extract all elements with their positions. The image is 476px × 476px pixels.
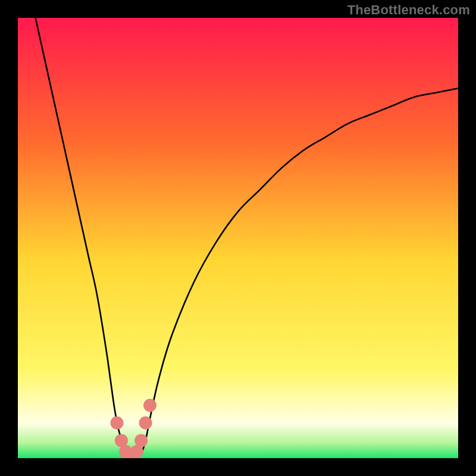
marker-dot [143, 399, 156, 412]
marker-dot [111, 416, 124, 430]
chart-svg [18, 18, 458, 458]
chart-frame: TheBottleneck.com [0, 0, 476, 476]
plot-area [18, 18, 458, 458]
watermark-text: TheBottleneck.com [347, 2, 470, 18]
marker-dot [139, 416, 152, 430]
marker-dot [134, 434, 148, 447]
